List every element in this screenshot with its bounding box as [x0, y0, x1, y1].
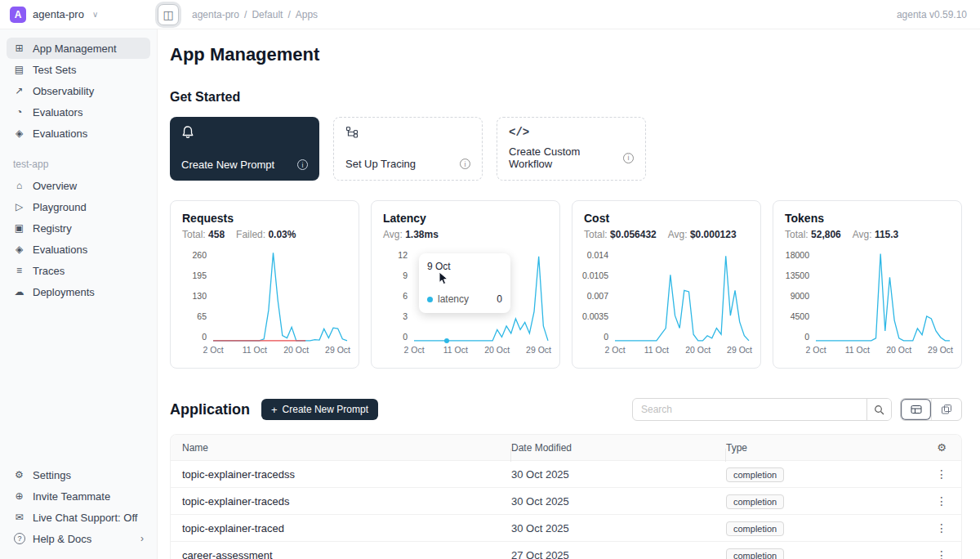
card-view-button[interactable]: [931, 399, 961, 420]
overview-icon: ⌂: [13, 180, 25, 191]
breadcrumb-item-workspace[interactable]: agenta-pro: [192, 9, 239, 20]
card-view-icon: [941, 404, 952, 415]
sidebar-item-playground[interactable]: ▷ Playground: [7, 196, 150, 217]
card-label: Create Custom Workflow: [509, 145, 617, 170]
chart-title: Requests: [182, 212, 347, 225]
sidebar: ⊞ App Management ▤ Test Sets ↗ Observabi…: [0, 29, 158, 559]
info-icon[interactable]: i: [460, 159, 470, 169]
type-badge: completion: [726, 521, 784, 536]
card-label: Set Up Tracing: [345, 158, 416, 170]
y-tick-label: 4500: [791, 311, 809, 321]
traces-icon: ≡: [13, 265, 25, 276]
create-button-label: Create New Prompt: [283, 404, 368, 415]
x-tick-label: 2 Oct: [203, 345, 223, 355]
view-toggle-group: [900, 398, 962, 421]
sidebar-item-traces[interactable]: ≡ Traces: [7, 260, 150, 281]
code-icon: </>: [509, 126, 634, 139]
chart-stat: Avg: $0.000123: [668, 229, 737, 240]
sidebar-item-invite-teammate[interactable]: ⊕ Invite Teammate: [7, 485, 150, 507]
evaluations-icon: ◈: [13, 244, 25, 255]
y-tick-label: 13500: [786, 271, 809, 280]
chart-line-icon: ↗: [13, 85, 25, 96]
series-tokens: [816, 254, 950, 341]
x-tick-label: 20 Oct: [484, 345, 510, 355]
y-tick-label: 9: [403, 271, 408, 280]
breadcrumb-separator: /: [287, 9, 290, 20]
type-badge: completion: [726, 494, 784, 509]
page-title: App Management: [170, 44, 962, 65]
series-dot-icon: [427, 297, 433, 302]
app-name[interactable]: topic-explainer-traced: [171, 522, 511, 534]
column-header-type[interactable]: Type: [726, 442, 922, 454]
chat-icon: ✉: [13, 512, 25, 523]
sidebar-item-app-management[interactable]: ⊞ App Management: [7, 38, 150, 59]
y-tick-label: 0: [604, 332, 608, 342]
grid-icon: ⊞: [13, 42, 25, 54]
y-tick-label: 6: [403, 291, 408, 301]
sidebar-item-app-evaluations[interactable]: ◈ Evaluations: [7, 239, 150, 260]
tooltip-value: 0: [497, 293, 502, 305]
breadcrumb-item-project[interactable]: Default: [252, 9, 283, 20]
search-input[interactable]: [633, 404, 866, 415]
app-date-modified: 30 Oct 2025: [511, 495, 726, 508]
search-button[interactable]: [866, 399, 891, 420]
sidebar-item-deployments[interactable]: ☁ Deployments: [7, 281, 150, 302]
set-up-tracing-card[interactable]: Set Up Tracing i: [333, 117, 483, 181]
app-name[interactable]: topic-explainer-traceds: [171, 495, 511, 508]
latency-chart-card: Latency Avg: 1.38ms 129630 2 Oct11 Oct20…: [371, 200, 560, 369]
tokens-chart-card: Tokens Total: 52,806Avg: 115.3 180001350…: [773, 200, 962, 369]
evaluations-icon: ◈: [13, 127, 25, 139]
table-row[interactable]: career-assessment27 Oct 2025completion⋮: [171, 542, 961, 559]
search-icon: [874, 405, 884, 415]
chart-title: Tokens: [785, 212, 950, 225]
app-date-modified: 30 Oct 2025: [511, 522, 726, 534]
version-label: agenta v0.59.10: [897, 9, 967, 20]
workspace-switcher[interactable]: A agenta-pro ∨: [10, 7, 158, 23]
breadcrumb-item-page[interactable]: Apps: [296, 9, 318, 20]
x-tick-label: 29 Oct: [928, 345, 953, 355]
kebab-menu-icon[interactable]: ⋮: [931, 494, 952, 508]
sidebar-toggle-button[interactable]: ◫: [158, 4, 179, 25]
kebab-menu-icon[interactable]: ⋮: [931, 548, 952, 559]
app-name[interactable]: topic-explainer-tracedss: [171, 468, 511, 481]
gear-icon: ⚙: [13, 469, 25, 481]
sidebar-item-label: Traces: [33, 265, 65, 277]
sidebar-item-evaluators[interactable]: ◔ Evaluators: [7, 101, 150, 123]
table-row[interactable]: topic-explainer-traced30 Oct 2025complet…: [171, 515, 961, 542]
table-view-button[interactable]: [901, 399, 931, 420]
column-header-date-modified[interactable]: Date Modified: [511, 442, 726, 454]
chevron-down-icon: ∨: [92, 10, 98, 19]
sidebar-item-overview[interactable]: ⌂ Overview: [7, 175, 150, 196]
table-settings-gear-icon[interactable]: ⚙: [937, 441, 947, 454]
table-row[interactable]: topic-explainer-traceds30 Oct 2025comple…: [171, 488, 961, 515]
sidebar-item-observability[interactable]: ↗ Observability: [7, 80, 150, 101]
app-date-modified: 27 Oct 2025: [511, 549, 726, 559]
sidebar-item-settings[interactable]: ⚙ Settings: [7, 464, 150, 485]
create-new-prompt-card[interactable]: Create New Prompt i: [170, 117, 319, 181]
y-tick-label: 9000: [791, 291, 809, 301]
create-new-prompt-button[interactable]: + Create New Prompt: [261, 399, 378, 420]
info-icon[interactable]: i: [623, 153, 634, 163]
kebab-menu-icon[interactable]: ⋮: [931, 467, 952, 481]
type-badge: completion: [726, 467, 784, 482]
kebab-menu-icon[interactable]: ⋮: [931, 521, 952, 534]
x-tick-label: 20 Oct: [685, 345, 710, 355]
y-tick-label: 0.014: [587, 250, 608, 260]
y-axis-labels: 0.0140.01050.0070.00350: [584, 250, 615, 342]
sidebar-item-registry[interactable]: ▣ Registry: [7, 217, 150, 239]
y-tick-label: 65: [197, 311, 207, 321]
app-name[interactable]: career-assessment: [171, 549, 511, 559]
sidebar-item-help-docs[interactable]: ? Help & Docs ›: [7, 528, 150, 549]
y-tick-label: 3: [403, 311, 408, 321]
chart-stat: Avg: 1.38ms: [383, 229, 439, 240]
sidebar-item-evaluations[interactable]: ◈ Evaluations: [7, 123, 150, 144]
info-icon[interactable]: i: [297, 159, 308, 170]
sidebar-item-live-chat-support[interactable]: ✉ Live Chat Support: Off: [7, 507, 150, 528]
column-header-name[interactable]: Name: [171, 442, 511, 454]
table-row[interactable]: topic-explainer-tracedss30 Oct 2025compl…: [171, 461, 961, 488]
sidebar-item-test-sets[interactable]: ▤ Test Sets: [7, 59, 150, 80]
chart-stat: Total: 52,806: [785, 229, 841, 240]
create-custom-workflow-card[interactable]: </> Create Custom Workflow i: [497, 117, 646, 181]
chart-plot: [615, 250, 749, 342]
series-cost: [615, 256, 749, 341]
